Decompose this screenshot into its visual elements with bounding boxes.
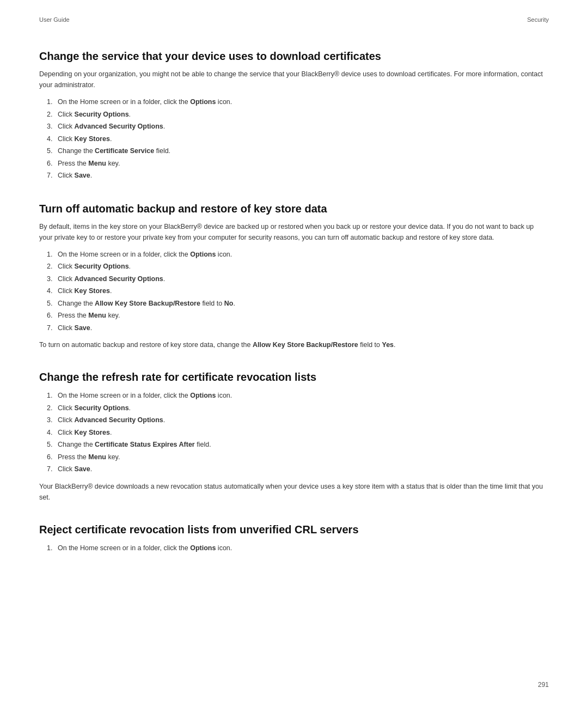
step-item: Click Security Options. bbox=[54, 108, 549, 121]
step-item: Press the Menu key. bbox=[54, 451, 549, 464]
step-item: Press the Menu key. bbox=[54, 157, 549, 170]
sections-container: Change the service that your device uses… bbox=[39, 49, 549, 554]
step-item: On the Home screen or in a folder, click… bbox=[54, 248, 549, 261]
page-container: User Guide Security Change the service t… bbox=[0, 0, 588, 706]
section-section2: Turn off automatic backup and restore of… bbox=[39, 202, 549, 351]
section-note-1: To turn on automatic backup and restore … bbox=[39, 339, 549, 350]
section-section3: Change the refresh rate for certificate … bbox=[39, 370, 549, 503]
step-item: Click Security Options. bbox=[54, 260, 549, 273]
step-item: Click Security Options. bbox=[54, 402, 549, 415]
step-item: Change the Allow Key Store Backup/Restor… bbox=[54, 297, 549, 310]
step-item: On the Home screen or in a folder, click… bbox=[54, 389, 549, 402]
section-section1: Change the service that your device uses… bbox=[39, 49, 549, 182]
section-note-2: Your BlackBerry® device downloads a new … bbox=[39, 481, 549, 503]
step-item: Press the Menu key. bbox=[54, 309, 549, 322]
steps-list-3: On the Home screen or in a folder, click… bbox=[54, 542, 549, 555]
steps-list-2: On the Home screen or in a folder, click… bbox=[54, 389, 549, 476]
step-item: Click Save. bbox=[54, 463, 549, 476]
steps-list-1: On the Home screen or in a folder, click… bbox=[54, 248, 549, 334]
step-item: Click Save. bbox=[54, 169, 549, 182]
step-item: Click Save. bbox=[54, 322, 549, 334]
step-item: Change the Certificate Status Expires Af… bbox=[54, 439, 549, 451]
page-footer: 291 bbox=[538, 681, 549, 689]
step-item: On the Home screen or in a folder, click… bbox=[54, 96, 549, 108]
step-item: Click Key Stores. bbox=[54, 427, 549, 439]
header-right: Security bbox=[527, 16, 549, 23]
step-item: On the Home screen or in a folder, click… bbox=[54, 542, 549, 555]
steps-list-0: On the Home screen or in a folder, click… bbox=[54, 96, 549, 182]
section-title-2: Change the refresh rate for certificate … bbox=[39, 370, 549, 384]
step-item: Click Advanced Security Options. bbox=[54, 273, 549, 285]
section-title-0: Change the service that your device uses… bbox=[39, 49, 549, 63]
section-intro-0: Depending on your organization, you migh… bbox=[39, 69, 549, 90]
step-item: Change the Certificate Service field. bbox=[54, 145, 549, 157]
page-header: User Guide Security bbox=[39, 16, 549, 23]
step-item: Click Advanced Security Options. bbox=[54, 120, 549, 133]
step-item: Click Advanced Security Options. bbox=[54, 414, 549, 427]
section-title-1: Turn off automatic backup and restore of… bbox=[39, 202, 549, 216]
page-number: 291 bbox=[538, 681, 549, 689]
header-left: User Guide bbox=[39, 16, 70, 23]
step-item: Click Key Stores. bbox=[54, 133, 549, 145]
section-title-3: Reject certificate revocation lists from… bbox=[39, 522, 549, 537]
section-section4: Reject certificate revocation lists from… bbox=[39, 522, 549, 555]
section-intro-1: By default, items in the key store on yo… bbox=[39, 221, 549, 243]
step-item: Click Key Stores. bbox=[54, 285, 549, 297]
